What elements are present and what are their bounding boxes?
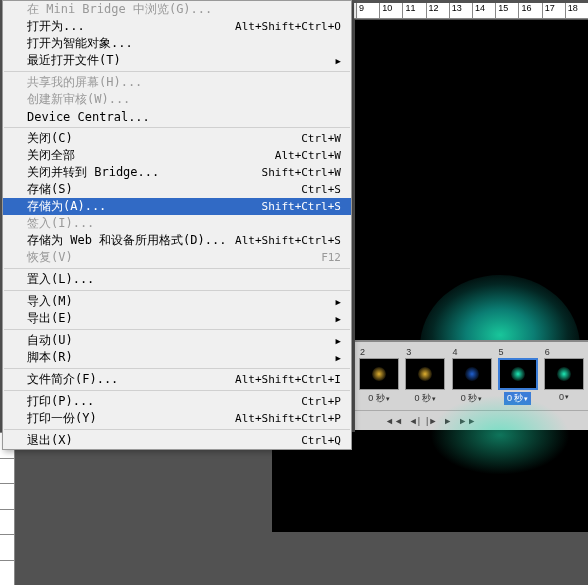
- ruler-tick: [0, 458, 14, 484]
- menu-shortcut: Ctrl+W: [301, 132, 341, 145]
- menu-item[interactable]: 存储为(A)...Shift+Ctrl+S: [3, 198, 351, 215]
- menu-item[interactable]: 关闭全部Alt+Ctrl+W: [3, 147, 351, 164]
- menu-shortcut: Alt+Shift+Ctrl+S: [235, 234, 341, 247]
- animation-frame[interactable]: 30 秒: [404, 347, 446, 405]
- frame-preview-dot: [372, 367, 386, 381]
- submenu-arrow-icon: ▶: [336, 336, 341, 346]
- menu-shortcut: Ctrl+S: [301, 183, 341, 196]
- ruler-tick: [0, 560, 14, 586]
- ruler-horizontal: 9101112131415161718: [354, 3, 588, 19]
- ruler-tick: [0, 509, 14, 535]
- submenu-arrow-icon: ▶: [336, 314, 341, 324]
- ruler-tick: 14: [472, 3, 495, 19]
- menu-separator: [4, 368, 350, 369]
- playback-button[interactable]: ◄|: [409, 416, 420, 426]
- frame-thumbnail: [452, 358, 492, 390]
- menu-item-label: 文件简介(F)...: [27, 371, 118, 388]
- menu-item-label: 恢复(V): [27, 249, 73, 266]
- animation-frame[interactable]: 60: [543, 347, 585, 402]
- menu-item[interactable]: 脚本(R)▶: [3, 349, 351, 366]
- ruler-tick: 10: [379, 3, 402, 19]
- frame-thumbnail: [498, 358, 538, 390]
- menu-item-label: 打开为智能对象...: [27, 35, 133, 52]
- frame-number: 6: [543, 347, 550, 357]
- playback-button[interactable]: ◄◄: [385, 416, 403, 426]
- menu-item-label: 导入(M): [27, 293, 73, 310]
- menu-item-label: 签入(I)...: [27, 215, 94, 232]
- menu-shortcut: Alt+Ctrl+W: [275, 149, 341, 162]
- menu-item-label: 打开为...: [27, 18, 85, 35]
- menu-shortcut: Ctrl+Q: [301, 434, 341, 447]
- frame-duration[interactable]: 0: [559, 392, 569, 402]
- frame-duration[interactable]: 0 秒: [368, 392, 390, 405]
- menu-item[interactable]: 文件简介(F)...Alt+Shift+Ctrl+I: [3, 371, 351, 388]
- menu-item[interactable]: 打印一份(Y)Alt+Shift+Ctrl+P: [3, 410, 351, 427]
- ruler-tick: 18: [565, 3, 588, 19]
- menu-separator: [4, 329, 350, 330]
- menu-item-label: 关闭(C): [27, 130, 73, 147]
- menu-item[interactable]: 退出(X)Ctrl+Q: [3, 432, 351, 449]
- menu-item-label: 自动(U): [27, 332, 73, 349]
- menu-item[interactable]: 打开为智能对象...: [3, 35, 351, 52]
- submenu-arrow-icon: ▶: [336, 56, 341, 66]
- workspace: 9101112131415161718 20 秒30 秒40 秒50 秒60 ◄…: [0, 0, 588, 585]
- menu-item-label: 退出(X): [27, 432, 73, 449]
- ruler-tick: 15: [495, 3, 518, 19]
- menu-item[interactable]: 关闭(C)Ctrl+W: [3, 130, 351, 147]
- submenu-arrow-icon: ▶: [336, 297, 341, 307]
- frame-preview-dot: [557, 367, 571, 381]
- menu-item-label: 存储(S): [27, 181, 73, 198]
- menu-item-label: 置入(L)...: [27, 271, 94, 288]
- file-menu: 在 Mini Bridge 中浏览(G)...打开为...Alt+Shift+C…: [2, 0, 352, 450]
- menu-separator: [4, 127, 350, 128]
- frame-thumbnail: [359, 358, 399, 390]
- menu-item: 签入(I)...: [3, 215, 351, 232]
- menu-item-label: 脚本(R): [27, 349, 73, 366]
- workspace-grey: [15, 432, 271, 585]
- menu-item[interactable]: 最近打开文件(T)▶: [3, 52, 351, 69]
- ruler-tick: 9: [356, 3, 379, 19]
- animation-frame[interactable]: 20 秒: [358, 347, 400, 405]
- menu-item[interactable]: 置入(L)...: [3, 271, 351, 288]
- ruler-tick: 11: [402, 3, 425, 19]
- menu-item[interactable]: 打印(P)...Ctrl+P: [3, 393, 351, 410]
- menu-separator: [4, 429, 350, 430]
- ruler-tick: 17: [542, 3, 565, 19]
- menu-item[interactable]: 导入(M)▶: [3, 293, 351, 310]
- menu-item-label: 打印一份(Y): [27, 410, 97, 427]
- menu-separator: [4, 268, 350, 269]
- menu-item: 创建新审核(W)...: [3, 91, 351, 108]
- frame-number: 3: [404, 347, 411, 357]
- menu-item-label: 打印(P)...: [27, 393, 94, 410]
- ruler-tick: [0, 534, 14, 560]
- frame-thumbnail: [544, 358, 584, 390]
- frame-thumbnail: [405, 358, 445, 390]
- menu-separator: [4, 290, 350, 291]
- menu-item[interactable]: 导出(E)▶: [3, 310, 351, 327]
- menu-separator: [4, 390, 350, 391]
- menu-item-label: 关闭全部: [27, 147, 75, 164]
- frame-preview-dot: [511, 367, 525, 381]
- menu-item: 恢复(V)F12: [3, 249, 351, 266]
- menu-item[interactable]: 关闭并转到 Bridge...Shift+Ctrl+W: [3, 164, 351, 181]
- menu-item[interactable]: 存储(S)Ctrl+S: [3, 181, 351, 198]
- menu-shortcut: Shift+Ctrl+W: [262, 166, 341, 179]
- menu-shortcut: Alt+Shift+Ctrl+P: [235, 412, 341, 425]
- frame-duration[interactable]: 0 秒: [415, 392, 437, 405]
- menu-item-label: 在 Mini Bridge 中浏览(G)...: [27, 1, 212, 18]
- menu-item-label: 存储为 Web 和设备所用格式(D)...: [27, 232, 226, 249]
- menu-item-label: 共享我的屏幕(H)...: [27, 74, 142, 91]
- menu-item[interactable]: 自动(U)▶: [3, 332, 351, 349]
- menu-item: 共享我的屏幕(H)...: [3, 74, 351, 91]
- frame-preview-dot: [418, 367, 432, 381]
- artwork-glow-lower: [430, 395, 570, 475]
- menu-item[interactable]: 存储为 Web 和设备所用格式(D)...Alt+Shift+Ctrl+S: [3, 232, 351, 249]
- menu-shortcut: F12: [321, 251, 341, 264]
- ruler-tick: 12: [426, 3, 449, 19]
- menu-item[interactable]: 打开为...Alt+Shift+Ctrl+O: [3, 18, 351, 35]
- menu-item-label: 最近打开文件(T): [27, 52, 121, 69]
- frame-number: 2: [358, 347, 365, 357]
- menu-item[interactable]: Device Central...: [3, 108, 351, 125]
- menu-item-label: 导出(E): [27, 310, 73, 327]
- frame-preview-dot: [465, 367, 479, 381]
